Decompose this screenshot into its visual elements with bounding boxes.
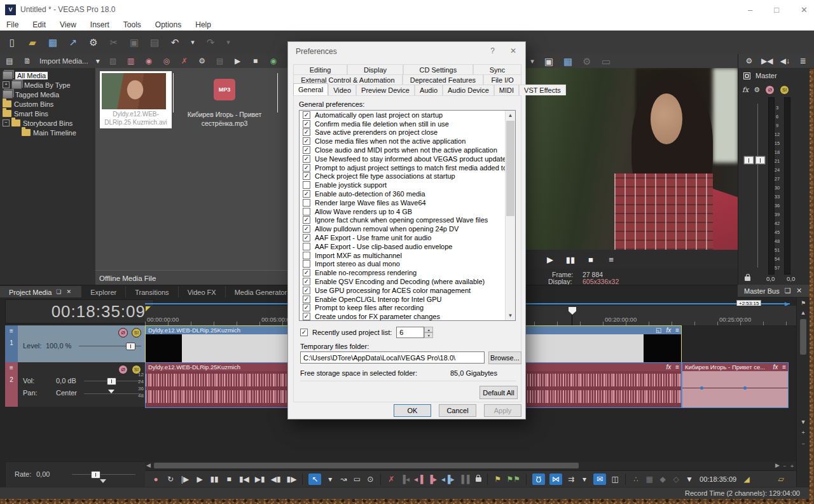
checkbox[interactable] xyxy=(303,287,310,294)
preview-play-icon[interactable]: ▶ xyxy=(544,253,556,266)
ok-button[interactable]: OK xyxy=(394,404,431,417)
enable-snapping-icon[interactable]: Ω xyxy=(532,473,545,485)
checkbox[interactable] xyxy=(303,225,310,233)
zoom-out-icon[interactable]: － xyxy=(782,462,787,470)
event-menu-icon[interactable]: ≡ xyxy=(675,327,679,334)
transitions[interactable]: Transitions ❏ ✕ xyxy=(126,286,178,298)
bin-custom-bins[interactable]: Custom Bins xyxy=(0,99,95,109)
ignore-event-grouping-icon[interactable]: ◫ xyxy=(610,473,619,486)
render-as-icon[interactable]: ↗ xyxy=(67,36,79,49)
delete-event-icon[interactable]: ✗ xyxy=(387,473,396,486)
envelope-edit-tool[interactable]: ↝ xyxy=(339,473,348,486)
meter-range-icon[interactable]: ▶◀ xyxy=(761,55,773,67)
auto-ripple-icon[interactable]: ⇉ xyxy=(567,473,576,486)
group-events-icon[interactable]: ◆ xyxy=(658,473,667,486)
checkbox[interactable] xyxy=(303,128,310,136)
master-bus-tab[interactable]: Master Bus ❏ ✕ xyxy=(738,285,809,297)
timeline-timecode-display[interactable]: 00:18:35:09 xyxy=(5,299,154,324)
capture-video-icon[interactable]: ▥ xyxy=(125,56,137,66)
mixer-controls-icon[interactable]: ≣ xyxy=(797,55,808,67)
event-fx-icon[interactable]: fx xyxy=(773,364,778,371)
tab-close-icon[interactable]: ✕ xyxy=(66,286,72,299)
copy-snapshot-icon[interactable]: ▣ xyxy=(543,55,555,67)
close-media-files-when-not-the-active-application[interactable]: Close media files when not the active ap… xyxy=(300,137,515,146)
list-scrollbar[interactable]: ▲ ▼ xyxy=(505,111,515,320)
bin-smart-bins[interactable]: Smart Bins xyxy=(0,109,95,118)
import-media-dropdown-icon[interactable]: ▾ xyxy=(95,56,101,66)
master-properties-gear-icon[interactable]: ⚙ xyxy=(743,55,755,67)
redo-dropdown-icon[interactable]: ▾ xyxy=(225,36,231,49)
vst-effects[interactable]: VST Effects xyxy=(519,85,566,95)
loop-region-tri-icon[interactable]: ◢ xyxy=(742,473,751,486)
marker-tool-icon[interactable]: ⚑ xyxy=(801,300,806,306)
auto-crossfade-icon[interactable]: ⋈ xyxy=(549,473,562,485)
auto-ripple-dropdown-icon[interactable]: ▾ xyxy=(580,473,589,486)
view[interactable]: View xyxy=(60,20,76,29)
help[interactable]: Help xyxy=(195,20,211,29)
undo-dropdown-icon[interactable]: ▾ xyxy=(190,36,196,49)
audio-event-2[interactable]: Кибирев Игорь - Привет се... fx ≡ xyxy=(682,362,789,408)
tab-restore-icon[interactable]: ❏ xyxy=(785,285,791,297)
event-fx-icon[interactable]: fx xyxy=(666,364,671,371)
trim-start-icon[interactable]: ▐◂ xyxy=(400,473,410,486)
temp-folder-input[interactable]: C:\Users\DTore\AppData\Local\VEGAS Pro\1… xyxy=(300,351,485,364)
bin-media-by-type[interactable]: + Media By Type xyxy=(0,80,95,90)
multicamera-icon[interactable]: ▦ xyxy=(645,473,654,486)
edit-tool-dropdown-icon[interactable]: ▾ xyxy=(326,473,335,486)
paste-icon[interactable]: ▤ xyxy=(149,36,160,49)
spin-down-icon[interactable]: ▼ xyxy=(424,332,433,338)
slip-trim-icon[interactable]: ▐▐ xyxy=(459,473,470,486)
scroll-left-icon[interactable]: ◀ xyxy=(146,462,151,468)
envelope-point[interactable] xyxy=(743,386,747,390)
checkbox[interactable] xyxy=(303,296,310,303)
level-slider-handle[interactable] xyxy=(126,343,135,350)
file[interactable]: File xyxy=(6,20,18,29)
enable-no-recompress-rendering[interactable]: Enable no-recompress rendering xyxy=(300,268,515,277)
ungroup-events-icon[interactable]: ◇ xyxy=(672,473,680,486)
vscroll-down-icon[interactable]: ▼ xyxy=(801,419,806,425)
default-all-button[interactable]: Default All xyxy=(479,386,518,399)
general[interactable]: General xyxy=(293,83,328,95)
level-slider[interactable] xyxy=(79,346,141,346)
copy-icon[interactable]: ▣ xyxy=(128,36,140,49)
scroll-down-icon[interactable]: ▼ xyxy=(506,311,515,320)
bin-all-media[interactable]: All Media xyxy=(0,71,95,80)
checkbox[interactable] xyxy=(303,260,310,268)
track-2-header[interactable]: ≡ 2 Ø S! Vol: 0,0 dB Pan: Center xyxy=(5,362,145,407)
preview-pause-icon[interactable]: ▮▮ xyxy=(565,253,576,266)
checkbox[interactable] xyxy=(303,278,310,285)
import-media-icon[interactable]: 🗎 xyxy=(22,56,33,66)
import-media-button[interactable]: Import Media... xyxy=(39,57,88,65)
event-fx-icon[interactable]: fx xyxy=(666,327,671,334)
insert[interactable]: Insert xyxy=(90,20,109,29)
sync[interactable]: Sync xyxy=(473,64,521,74)
video-fx[interactable]: Video FX ❏ ✕ xyxy=(179,286,226,298)
explorer[interactable]: Explorer ❏ ✕ xyxy=(81,286,126,298)
checkbox[interactable] xyxy=(303,111,310,119)
envelope-point[interactable] xyxy=(700,386,703,390)
track-1-strip[interactable]: ≡ 1 xyxy=(5,325,18,362)
device-explorer-icon[interactable]: ▤ xyxy=(4,56,15,66)
checkbox[interactable] xyxy=(303,181,310,189)
track-2-strip[interactable]: ≡ 2 xyxy=(5,362,18,407)
checkbox[interactable] xyxy=(303,172,310,180)
dialog-help-button[interactable]: ? xyxy=(490,46,495,55)
enable-qsv-encoding-and-decoding-where-available-[interactable]: Enable QSV Encoding and Decoding (where … xyxy=(300,277,515,286)
checkbox[interactable] xyxy=(303,269,310,276)
tab-close-icon[interactable]: ✕ xyxy=(796,285,803,297)
enable-auto-detection-of-360-media[interactable]: Enable auto-detection of 360 media xyxy=(300,189,515,198)
master-automation-gear-icon[interactable]: ⚙ xyxy=(754,83,760,96)
checkbox[interactable] xyxy=(303,155,310,163)
master-collapse-icon[interactable] xyxy=(743,72,750,79)
checkbox[interactable] xyxy=(303,313,310,320)
envelope-tool-icon[interactable]: ▱ xyxy=(776,473,785,486)
dialog-close-button[interactable]: ✕ xyxy=(510,46,516,55)
tree-expander-icon[interactable]: − xyxy=(3,119,10,126)
audio-device[interactable]: Audio Device xyxy=(443,85,494,95)
external-monitor-icon[interactable]: ▭ xyxy=(600,55,612,67)
scroll-up-icon[interactable]: ▲ xyxy=(506,111,515,120)
lock-envelopes-icon[interactable]: ✉ xyxy=(593,473,606,485)
preview-media-icon[interactable]: ▧ xyxy=(107,56,119,66)
deprecated-features[interactable]: Deprecated Features xyxy=(403,74,484,85)
preview-stop-icon[interactable]: ■ xyxy=(585,253,597,266)
